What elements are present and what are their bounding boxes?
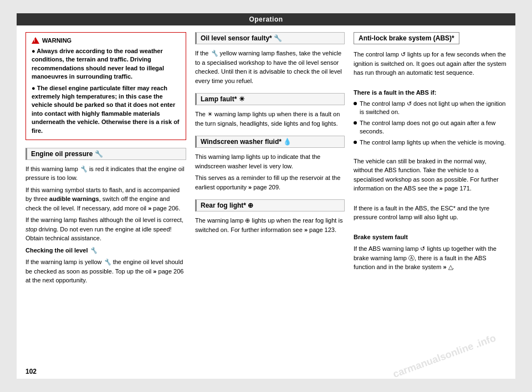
oil-sensor-icon: 🔧 [274,34,282,42]
content-area: WARNING ● Always drive according to the … [17,25,515,375]
abs-fault-bullet-1: The control lamp ↺ does not light up whe… [354,100,507,117]
lamp-fault-icon: ☀ [239,95,245,103]
engine-oil-para-3: If the warning lamp flashes although the… [25,215,186,243]
rear-fog-section: Rear fog light* ⊕ The warning lamp ⊕ lig… [195,199,345,234]
lamp-fault-heading: Lamp fault* ☀ [195,93,345,105]
abs-fault-heading: There is a fault in the ABS if: [354,88,507,97]
windscreen-para-1: This warning lamp lights up to indicate … [195,152,345,171]
oil-sensor-section: Oil level sensor faulty* 🔧 If the 🔧 yell… [195,32,345,85]
rear-fog-icon: ⊕ [248,202,253,209]
lamp-fault-section: Lamp fault* ☀ The ☀ warning lamp lights … [195,93,345,128]
windscreen-para-2: This serves as a reminder to fill up the… [195,173,345,192]
abs-esc-note: If there is a fault in the ABS, the ESC*… [354,204,507,222]
warning-box: WARNING ● Always drive according to the … [25,32,186,140]
engine-oil-section: Engine oil pressure 🔧 If this warning la… [25,148,186,285]
checking-oil-subheading: Checking the oil level 🔧 [25,246,186,255]
bullet-dot-icon [354,102,357,105]
abs-fault-bullet-2: The control lamp does not go out again a… [354,119,507,136]
rear-fog-text: The warning lamp ⊕ lights up when the re… [195,216,345,234]
bullet-dot-icon [354,121,357,125]
page: Operation WARNING ● Always drive accordi… [17,13,515,379]
header-title: Operation [249,16,283,23]
windscreen-heading: Windscreen washer fluid* 💧 [195,136,345,148]
left-column: WARNING ● Always drive according to the … [25,32,186,369]
abs-heading: Anti-lock brake system (ABS)* [354,32,459,44]
checking-oil-para: If the warning lamp is yellow 🔧 the engi… [25,257,186,285]
windscreen-section: Windscreen washer fluid* 💧 This warning … [195,136,345,192]
lamp-fault-text: The ☀ warning lamp lights up when there … [195,110,345,128]
mid-column: Oil level sensor faulty* 🔧 If the 🔧 yell… [195,32,345,369]
engine-oil-icon: 🔧 [95,150,103,158]
warning-title: WARNING [32,37,180,44]
bullet-dot-icon [354,141,357,144]
oil-sensor-text: If the 🔧 yellow warning lamp flashes, ta… [195,49,345,85]
abs-section: Anti-lock brake system (ABS)* The contro… [354,32,507,272]
warning-bullet-2: ● The diesel engine particulate filter m… [32,84,180,135]
brake-fault-text: If the ABS warning lamp ↺ lights up toge… [354,244,507,272]
engine-oil-para-1: If this warning lamp 🔧 is red it indicat… [25,164,186,183]
right-column: Anti-lock brake system (ABS)* The contro… [354,32,507,369]
oil-sensor-heading: Oil level sensor faulty* 🔧 [195,32,345,44]
abs-intro: The control lamp ↺ lights up for a few s… [354,50,507,78]
rear-fog-heading: Rear fog light* ⊕ [195,199,345,212]
brake-fault-heading: Brake system fault [354,233,507,242]
windscreen-icon: 💧 [283,138,291,146]
abs-normal-op: The vehicle can still be braked in the n… [354,157,507,193]
page-number: 102 [25,368,37,375]
header-bar: Operation [17,13,515,25]
engine-oil-heading: Engine oil pressure 🔧 [25,148,186,160]
warning-label: WARNING [42,37,71,44]
engine-oil-para-2: If this warning symbol starts to flash, … [25,185,186,213]
abs-fault-bullet-3: The control lamp lights up when the vehi… [354,138,507,147]
warning-bullet-1: ● Always drive according to the road wea… [32,47,180,81]
warning-triangle-icon [32,37,39,44]
